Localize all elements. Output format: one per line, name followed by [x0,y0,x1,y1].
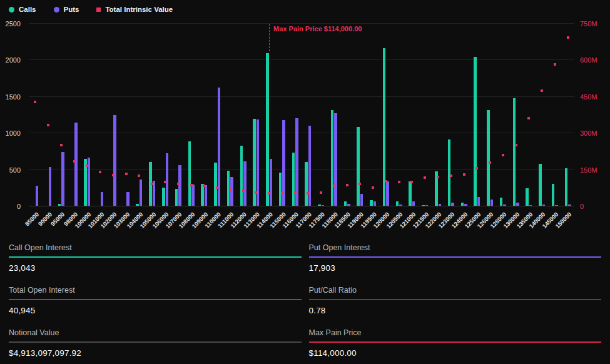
puts-bar[interactable] [399,205,402,206]
intrinsic-value-point[interactable] [125,173,128,175]
intrinsic-value-point[interactable] [242,190,245,192]
intrinsic-value-point[interactable] [527,117,530,119]
calls-bar[interactable] [318,205,321,206]
puts-bar[interactable] [529,205,532,206]
puts-bar[interactable] [101,192,104,206]
puts-bar[interactable] [503,205,506,206]
intrinsic-value-point[interactable] [358,183,361,185]
intrinsic-value-point[interactable] [437,176,439,178]
intrinsic-value-point[interactable] [203,185,205,187]
puts-bar[interactable] [178,165,181,206]
puts-bar[interactable] [36,186,39,206]
puts-bar[interactable] [555,205,558,206]
puts-bar[interactable] [386,181,389,206]
intrinsic-value-point[interactable] [138,174,140,177]
legend-item-puts[interactable]: Puts [54,6,79,13]
intrinsic-value-point[interactable] [177,183,180,185]
intrinsic-value-point[interactable] [281,192,283,195]
calls-bar[interactable] [526,188,529,206]
intrinsic-value-point[interactable] [151,183,153,185]
puts-bar[interactable] [477,197,480,206]
puts-bar[interactable] [322,205,325,206]
intrinsic-value-point[interactable] [99,171,101,173]
puts-bar[interactable] [516,203,519,206]
calls-bar[interactable] [305,162,308,206]
intrinsic-value-point[interactable] [190,184,193,186]
calls-bar[interactable] [162,188,165,206]
calls-bar[interactable] [474,57,477,206]
calls-bar[interactable] [448,139,451,206]
calls-bar[interactable] [344,201,347,206]
intrinsic-value-point[interactable] [424,176,426,179]
calls-bar[interactable] [188,141,191,206]
calls-bar[interactable] [500,198,503,206]
puts-bar[interactable] [270,159,273,206]
puts-bar[interactable] [243,161,247,206]
puts-bar[interactable] [491,200,494,206]
legend-item-calls[interactable]: Calls [9,6,36,13]
puts-bar[interactable] [61,152,64,206]
intrinsic-value-point[interactable] [346,184,348,186]
intrinsic-value-point[interactable] [112,174,114,176]
intrinsic-value-point[interactable] [60,144,63,146]
intrinsic-value-point[interactable] [541,89,543,92]
calls-bar[interactable] [552,184,555,206]
calls-bar[interactable] [513,98,516,206]
intrinsic-value-point[interactable] [450,174,452,177]
calls-bar[interactable] [357,127,360,206]
calls-bar[interactable] [214,163,217,206]
puts-bar[interactable] [74,123,78,206]
puts-bar[interactable] [451,203,454,206]
puts-bar[interactable] [425,205,429,206]
puts-bar[interactable] [166,153,169,206]
intrinsic-value-point[interactable] [307,192,309,195]
puts-bar[interactable] [374,201,377,206]
puts-bar[interactable] [230,177,233,206]
calls-bar[interactable] [409,181,412,206]
calls-bar[interactable] [487,110,490,206]
intrinsic-value-point[interactable] [489,161,491,164]
intrinsic-value-point[interactable] [216,186,218,189]
puts-bar[interactable] [205,185,208,206]
intrinsic-value-point[interactable] [385,180,387,183]
calls-bar[interactable] [461,203,464,206]
puts-bar[interactable] [113,115,116,206]
calls-bar[interactable] [396,201,399,206]
intrinsic-value-point[interactable] [320,191,322,194]
intrinsic-value-point[interactable] [502,154,504,156]
intrinsic-value-point[interactable] [463,173,465,176]
puts-bar[interactable] [542,205,546,206]
legend-item-total-intrinsic-value[interactable]: Total Intrinsic Value [96,6,173,13]
calls-bar[interactable] [175,189,178,206]
intrinsic-value-point[interactable] [567,36,569,39]
intrinsic-value-point[interactable] [255,191,257,194]
intrinsic-value-point[interactable] [73,160,76,163]
puts-bar[interactable] [49,167,52,206]
calls-bar[interactable] [422,205,425,206]
intrinsic-value-point[interactable] [164,181,166,183]
puts-bar[interactable] [334,113,337,206]
calls-bar[interactable] [136,204,139,206]
intrinsic-value-point[interactable] [410,181,413,183]
calls-bar[interactable] [240,146,243,206]
intrinsic-value-point[interactable] [229,188,231,191]
calls-bar[interactable] [370,200,373,206]
puts-bar[interactable] [347,204,350,206]
calls-bar[interactable] [266,53,269,206]
puts-bar[interactable] [439,204,442,206]
puts-bar[interactable] [568,205,571,206]
intrinsic-value-point[interactable] [475,167,478,169]
intrinsic-value-point[interactable] [268,192,270,195]
puts-bar[interactable] [464,204,467,206]
puts-bar[interactable] [140,179,143,206]
intrinsic-value-point[interactable] [515,144,517,146]
puts-bar[interactable] [126,192,130,206]
puts-bar[interactable] [412,201,415,206]
calls-bar[interactable] [331,110,334,206]
puts-bar[interactable] [191,185,195,206]
intrinsic-value-point[interactable] [294,191,297,194]
calls-bar[interactable] [539,164,542,206]
calls-bar[interactable] [58,204,61,206]
intrinsic-value-point[interactable] [34,101,36,103]
puts-bar[interactable] [360,194,363,206]
